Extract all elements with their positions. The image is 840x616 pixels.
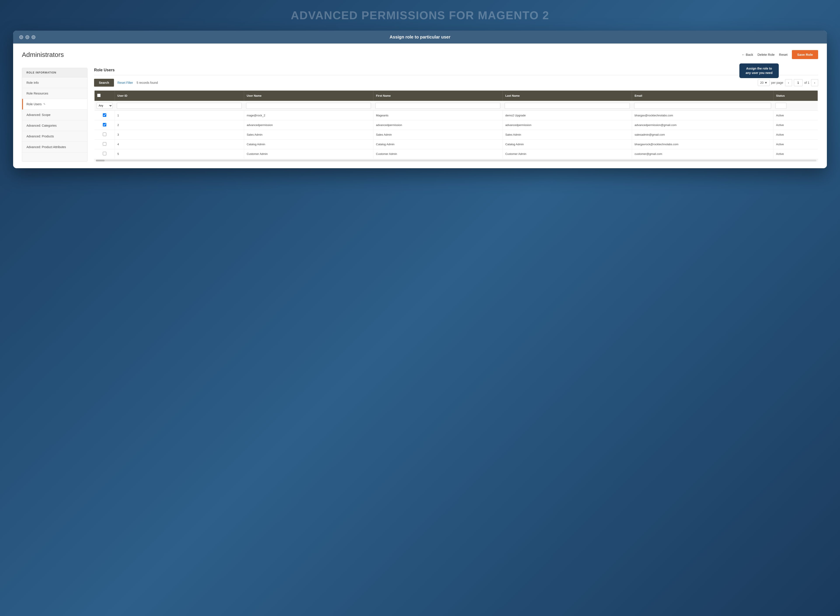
table-row: 4 Catalog Admin Catalog Admin Catalog Ad… (94, 139, 818, 149)
browser-dot-green (31, 35, 35, 39)
row-checkbox-3[interactable] (103, 142, 106, 146)
row-checkbox-cell (94, 130, 114, 139)
app-content: Administrators ← Back Delete Role Reset … (13, 44, 827, 168)
row-email: customer@gmail.com (632, 149, 774, 159)
scrollbar-thumb[interactable] (96, 160, 104, 161)
main-layout: ROLE INFORMATION Role Info Role Resource… (22, 68, 818, 162)
filter-status-select[interactable]: Any Active Inactive (97, 103, 113, 109)
pagination-prev-button[interactable]: ‹ (785, 79, 792, 86)
filter-cell-checkbox: Any Active Inactive (94, 101, 114, 111)
row-username: Customer Admin (244, 149, 373, 159)
row-checkbox-2[interactable] (103, 133, 106, 136)
table-header-username: User Name (244, 90, 373, 101)
filter-cell-username (244, 101, 373, 111)
filter-cell-lastname (503, 101, 632, 111)
row-email: salesadmin@gmail.com (632, 130, 774, 139)
sidebar-item-role-info[interactable]: Role Info (22, 78, 87, 88)
row-userid: 1 (114, 111, 244, 120)
row-username: Sales Admin (244, 130, 373, 139)
pagination-of-label: of 1 (804, 81, 809, 84)
row-firstname: Catalog Admin (373, 139, 503, 149)
filter-cell-email (632, 101, 774, 111)
row-userid: 4 (114, 139, 244, 149)
row-status: Active (773, 130, 818, 139)
filter-cell-firstname (373, 101, 503, 111)
sidebar-item-advanced-product-attributes[interactable]: Advanced: Product Attributes (22, 142, 87, 153)
reset-button[interactable]: Reset (779, 53, 787, 56)
row-firstname: Mageants (373, 111, 503, 120)
browser-dot-yellow (25, 35, 29, 39)
row-checkbox-cell (94, 149, 114, 159)
row-status: Active (773, 120, 818, 130)
row-checkbox-cell (94, 120, 114, 130)
pagination-page-input[interactable] (794, 79, 803, 86)
sidebar-item-role-users[interactable]: Role Users ✎ (22, 99, 87, 110)
filter-cell-status (773, 101, 818, 111)
browser-title: Assign role to particular user (390, 35, 450, 40)
row-userid: 5 (114, 149, 244, 159)
save-role-button[interactable]: Save Role (792, 50, 818, 59)
sidebar-item-advanced-products[interactable]: Advanced: Products (22, 131, 87, 142)
per-page-value: 20 (760, 81, 764, 84)
table-header-status: Status (773, 90, 818, 101)
sidebar: ROLE INFORMATION Role Info Role Resource… (22, 68, 88, 162)
delete-role-button[interactable]: Delete Role (758, 53, 775, 56)
table-header-email: Email (632, 90, 774, 101)
filter-cell-userid (114, 101, 244, 111)
row-lastname: Sales Admin (503, 130, 632, 139)
row-email: bhargavrock@rocktechnolabs.com (632, 139, 774, 149)
row-email: advancedpermission@gmail.com (632, 120, 774, 130)
row-checkbox-1[interactable] (103, 123, 106, 126)
row-status: Active (773, 111, 818, 120)
row-email: bhargav@rocktechnolabs.com (632, 111, 774, 120)
row-firstname: Customer Admin (373, 149, 503, 159)
row-lastname: Customer Admin (503, 149, 632, 159)
row-username: advancedpermission (244, 120, 373, 130)
users-table: User ID User Name First Name Last Name E… (94, 90, 818, 159)
pagination-next-button[interactable]: › (811, 79, 818, 86)
filter-firstname-input[interactable] (375, 103, 500, 109)
header-actions: ← Back Delete Role Reset Save Role (742, 50, 818, 59)
filter-status-input[interactable] (775, 103, 786, 109)
sidebar-item-role-resources[interactable]: Role Resources (22, 88, 87, 99)
per-page-dropdown[interactable]: 20 ▼ (758, 79, 770, 86)
pagination: 20 ▼ per page ‹ of 1 › (758, 79, 818, 86)
back-button[interactable]: ← Back (742, 53, 753, 56)
row-userid: 3 (114, 130, 244, 139)
content-area: Role Users Search Reset Filter 5 records… (88, 68, 818, 162)
edit-icon: ✎ (43, 103, 45, 106)
filter-userid-input[interactable] (117, 103, 242, 109)
row-lastname: demo2 Upgrade (503, 111, 632, 120)
tooltip-box: Assign the role to any user you need (739, 63, 779, 78)
page-main-title: ADVANCED PERMISSIONS FOR MAGENTO 2 (13, 9, 827, 22)
row-lastname: advancedpermission (503, 120, 632, 130)
row-userid: 2 (114, 120, 244, 130)
row-checkbox-cell (94, 139, 114, 149)
records-found: 5 records found (136, 81, 158, 84)
table-header-checkbox (94, 90, 114, 101)
table-row: 1 mage@rock_2 Mageants demo2 Upgrade bha… (94, 111, 818, 120)
row-checkbox-0[interactable] (103, 113, 106, 117)
row-firstname: advancedpermission (373, 120, 503, 130)
table-header-lastname: Last Name (503, 90, 632, 101)
reset-filter-button[interactable]: Reset Filter (117, 81, 133, 84)
browser-titlebar: Assign role to particular user (13, 31, 827, 44)
select-all-checkbox[interactable] (97, 94, 101, 97)
per-page-label: per page (771, 81, 783, 84)
app-header: Administrators ← Back Delete Role Reset … (22, 50, 818, 63)
filter-username-input[interactable] (246, 103, 371, 109)
sidebar-item-advanced-scope[interactable]: Advanced: Scope (22, 110, 87, 120)
sidebar-item-advanced-categories[interactable]: Advanced: Categories (22, 120, 87, 131)
horizontal-scrollbar[interactable] (96, 160, 817, 161)
filter-lastname-input[interactable] (505, 103, 630, 109)
row-status: Active (773, 139, 818, 149)
table-body: 1 mage@rock_2 Mageants demo2 Upgrade bha… (94, 111, 818, 159)
table-header-row: User ID User Name First Name Last Name E… (94, 90, 818, 101)
table-header-user-id: User ID (114, 90, 244, 101)
dropdown-arrow-icon: ▼ (765, 81, 768, 84)
table-row: 2 advancedpermission advancedpermission … (94, 120, 818, 130)
filter-email-input[interactable] (634, 103, 771, 109)
row-status: Active (773, 149, 818, 159)
row-checkbox-4[interactable] (103, 152, 106, 155)
search-button[interactable]: Search (94, 79, 114, 87)
